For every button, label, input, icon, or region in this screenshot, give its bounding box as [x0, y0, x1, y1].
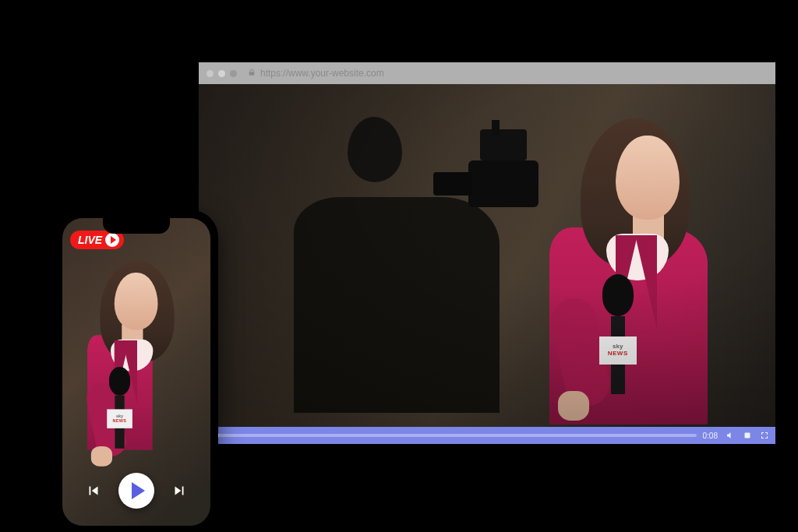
lock-icon — [248, 68, 256, 79]
cameraman-figure — [280, 104, 522, 413]
phone-mic-flag: sky NEWS — [108, 410, 133, 428]
elapsed-time: 0:08 — [703, 432, 718, 440]
microphone: sky NEWS — [602, 274, 634, 391]
phone-device: LIVE sky NEWS — [55, 210, 218, 532]
phone-mic-news-label: NEWS — [113, 419, 127, 424]
video-player-bar: 0:08 — [199, 427, 775, 444]
mic-brand: sky — [613, 344, 623, 351]
browser-video-content: sky NEWS — [199, 84, 775, 427]
window-close-dot[interactable] — [207, 70, 214, 77]
next-track-button[interactable] — [170, 481, 189, 500]
phone-microphone: sky NEWS — [109, 367, 130, 446]
play-button[interactable] — [118, 473, 154, 509]
browser-window: https://www.your-website.com — [199, 62, 775, 444]
reporter-figure: sky NEWS — [510, 118, 729, 427]
svg-rect-0 — [745, 433, 750, 439]
settings-icon[interactable] — [743, 431, 752, 440]
live-label: LIVE — [78, 234, 102, 246]
window-minimize-dot[interactable] — [218, 70, 225, 77]
mic-flag: sky NEWS — [599, 336, 637, 365]
phone-screen: LIVE sky NEWS — [62, 218, 210, 526]
live-play-icon — [105, 233, 119, 247]
player-right-cluster: 0:08 — [703, 431, 769, 440]
previous-track-button[interactable] — [84, 481, 103, 500]
browser-titlebar: https://www.your-website.com — [199, 62, 775, 84]
camera-rig — [449, 129, 558, 223]
progress-track[interactable] — [205, 434, 697, 437]
url-text: https://www.your-website.com — [260, 68, 384, 79]
fullscreen-icon[interactable] — [760, 431, 769, 440]
mic-news-label: NEWS — [608, 351, 628, 358]
play-icon — [132, 482, 145, 499]
window-maximize-dot[interactable] — [230, 70, 237, 77]
phone-reporter-figure: sky NEWS — [71, 261, 161, 441]
phone-player-controls — [62, 473, 210, 509]
volume-icon[interactable] — [726, 431, 735, 440]
url-bar[interactable]: https://www.your-website.com — [248, 68, 384, 79]
phone-notch — [103, 218, 170, 234]
